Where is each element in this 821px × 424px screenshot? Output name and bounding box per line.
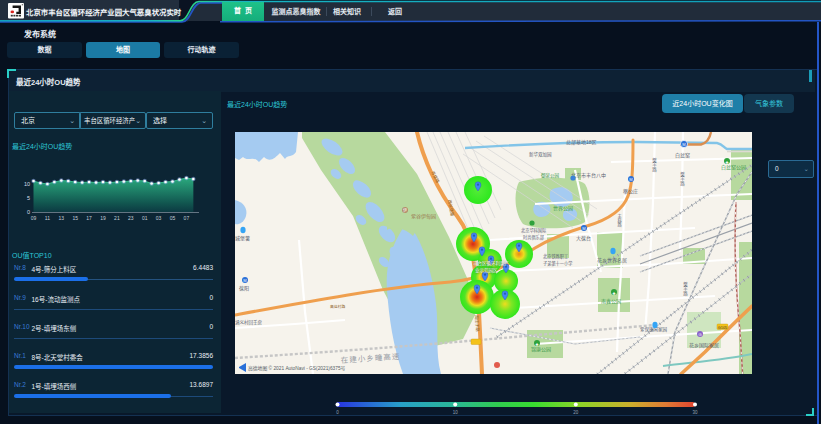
svg-text:21: 21 bbox=[114, 215, 120, 221]
svg-text:花乡国际家居: 花乡国际家居 bbox=[689, 342, 719, 349]
svg-text:19: 19 bbox=[100, 215, 106, 221]
svg-text:白盆窑公园: 白盆窑公园 bbox=[721, 164, 746, 171]
svg-text:锦康公园: 锦康公园 bbox=[531, 346, 551, 353]
svg-text:M: M bbox=[582, 226, 585, 231]
svg-text:大葆台: 大葆台 bbox=[576, 235, 591, 242]
svg-text:M: M bbox=[629, 177, 632, 182]
svg-text:5: 5 bbox=[27, 195, 30, 201]
svg-text:樊羊路: 樊羊路 bbox=[652, 157, 657, 173]
svg-text:樊羊路: 樊羊路 bbox=[683, 281, 688, 297]
svg-text:♣: ♣ bbox=[536, 342, 539, 347]
svg-text:南鑫公园: 南鑫公园 bbox=[601, 298, 621, 305]
svg-text:北京市丰台八中: 北京市丰台八中 bbox=[571, 172, 606, 179]
svg-text:0: 0 bbox=[336, 410, 339, 415]
svg-text:20: 20 bbox=[573, 410, 579, 415]
svg-text:花乡世界名居: 花乡世界名居 bbox=[597, 257, 627, 264]
svg-text:0: 0 bbox=[27, 209, 30, 215]
svg-text:丰台区循环利用产: 丰台区循环利用产 bbox=[473, 260, 509, 267]
svg-text:30: 30 bbox=[692, 410, 698, 415]
svg-text:世界公园: 世界公园 bbox=[553, 205, 573, 212]
svg-text:M: M bbox=[682, 142, 685, 147]
svg-text:伊: 伊 bbox=[403, 207, 407, 213]
svg-text:业示范园区: 业示范园区 bbox=[475, 267, 498, 274]
svg-text:御泉公园: 御泉公园 bbox=[541, 172, 559, 179]
svg-text:总部基地18区: 总部基地18区 bbox=[566, 139, 597, 146]
svg-text:攀公庄: 攀公庄 bbox=[623, 188, 638, 195]
svg-text:♣: ♣ bbox=[613, 291, 616, 296]
svg-text:高佳村路: 高佳村路 bbox=[330, 304, 345, 309]
svg-text:城堡薯: 城堡薯 bbox=[235, 235, 250, 242]
svg-text:11: 11 bbox=[45, 215, 50, 221]
svg-text:G105: G105 bbox=[718, 326, 727, 330]
svg-text:03: 03 bbox=[156, 215, 162, 221]
svg-text:时尚俱乐部: 时尚俱乐部 bbox=[523, 234, 544, 241]
svg-text:G: G bbox=[698, 332, 701, 337]
svg-text:高德地图 © 2021 AutoNavi - GS(2021: 高德地图 © 2021 AutoNavi - GS(2021)6375号 bbox=[248, 365, 346, 372]
svg-text:M: M bbox=[243, 278, 246, 283]
svg-text:新华双加园: 新华双加园 bbox=[529, 151, 552, 158]
svg-text:子弟第十一小学: 子弟第十一小学 bbox=[543, 260, 572, 267]
svg-text:01: 01 bbox=[142, 215, 148, 221]
svg-text:10: 10 bbox=[24, 181, 30, 187]
svg-text:17: 17 bbox=[86, 215, 92, 221]
svg-text:北京铁路职工: 北京铁路职工 bbox=[543, 253, 568, 260]
svg-text:13: 13 bbox=[59, 215, 65, 221]
svg-text:白盆窑: 白盆窑 bbox=[675, 152, 690, 159]
svg-text:樊羊路: 樊羊路 bbox=[680, 171, 685, 187]
svg-text:09: 09 bbox=[31, 215, 37, 221]
svg-text:07: 07 bbox=[184, 215, 190, 221]
svg-text:丰科路: 丰科路 bbox=[617, 213, 622, 228]
svg-text:15: 15 bbox=[72, 215, 78, 221]
svg-text:紫谷伊甸园: 紫谷伊甸园 bbox=[411, 213, 436, 220]
svg-text:23: 23 bbox=[128, 215, 134, 221]
svg-text:葆阳: 葆阳 bbox=[239, 285, 249, 292]
svg-text:05: 05 bbox=[170, 215, 176, 221]
svg-text:10: 10 bbox=[453, 410, 459, 415]
svg-text:北京华科国际: 北京华科国际 bbox=[521, 227, 546, 234]
svg-text:涵义村回壬房: 涵义村回壬房 bbox=[235, 319, 262, 326]
svg-text:♣: ♣ bbox=[726, 160, 729, 165]
